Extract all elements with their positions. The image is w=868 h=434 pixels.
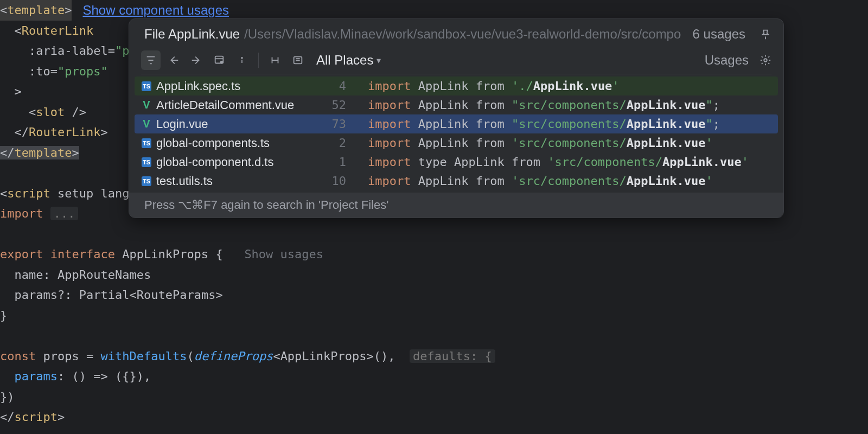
result-line-number: 2 <box>319 136 346 150</box>
ts-file-icon: TS <box>141 81 152 92</box>
result-filename: AppLink.spec.ts <box>156 79 319 93</box>
result-line-number: 1 <box>319 155 346 169</box>
ts-file-icon: TS <box>141 157 152 168</box>
result-code-preview: import AppLink from "src/components/AppL… <box>368 98 720 112</box>
result-filename: Login.vue <box>156 117 319 131</box>
write-access-icon[interactable] <box>187 50 206 70</box>
usage-result-row[interactable]: VLogin.vue73import AppLink from "src/com… <box>135 114 778 133</box>
toolbar-separator <box>258 53 259 68</box>
scope-selector[interactable]: All Places▾ <box>316 53 381 68</box>
result-filename: global-component.d.ts <box>156 155 319 169</box>
usage-result-row[interactable]: TSglobal-components.ts2import AppLink fr… <box>135 133 778 152</box>
ts-file-icon: TS <box>141 138 152 149</box>
open-in-toolwindow-icon[interactable] <box>209 50 229 70</box>
result-line-number: 52 <box>319 98 346 112</box>
preview-icon[interactable] <box>288 50 308 70</box>
read-access-icon[interactable] <box>164 50 183 70</box>
info-icon[interactable] <box>232 50 252 70</box>
usage-result-row[interactable]: TSAppLink.spec.ts4import AppLink from '.… <box>135 76 778 95</box>
usage-result-row[interactable]: TStest.utils.ts10import AppLink from 'sr… <box>135 171 778 190</box>
result-filename: global-components.ts <box>156 136 319 150</box>
result-code-preview: import type AppLink from 'src/components… <box>368 155 749 169</box>
popup-toolbar: All Places▾ Usages <box>129 47 783 74</box>
result-line-number: 4 <box>319 79 346 93</box>
vue-file-icon: V <box>141 119 152 130</box>
chevron-down-icon: ▾ <box>376 55 381 66</box>
result-filename: test.utils.ts <box>156 174 319 188</box>
pin-icon[interactable] <box>760 28 771 40</box>
result-line-number: 73 <box>319 117 346 131</box>
show-usages-hint[interactable]: Show usages <box>244 247 323 261</box>
svg-point-4 <box>764 59 767 62</box>
filter-icon[interactable] <box>141 50 161 70</box>
usages-count: 6 usages <box>693 27 745 42</box>
popup-file-path: /Users/Vladislav.Minaev/work/sandbox-vue… <box>244 27 681 42</box>
svg-point-1 <box>221 61 223 63</box>
popup-footer-hint: Press ⌥⌘F7 again to search in 'Project F… <box>129 193 783 218</box>
result-code-preview: import AppLink from 'src/components/AppL… <box>368 136 713 150</box>
vue-file-icon: V <box>141 100 152 111</box>
popup-header: File AppLink.vue /Users/Vladislav.Minaev… <box>129 19 783 47</box>
toolbar-divider <box>141 74 771 74</box>
results-list: TSAppLink.spec.ts4import AppLink from '.… <box>129 74 783 193</box>
result-code-preview: import AppLink from 'src/components/AppL… <box>368 174 713 188</box>
result-code-preview: import AppLink from "src/components/AppL… <box>368 117 720 131</box>
result-line-number: 10 <box>319 174 346 188</box>
result-filename: ArticleDetailComment.vue <box>156 98 319 112</box>
usage-result-row[interactable]: TSglobal-component.d.ts1import type AppL… <box>135 152 778 171</box>
usages-tab-label[interactable]: Usages <box>705 53 749 68</box>
gear-icon[interactable] <box>760 54 771 66</box>
popup-file-label: File AppLink.vue <box>144 27 240 42</box>
regex-icon[interactable] <box>265 50 285 70</box>
usage-result-row[interactable]: VArticleDetailComment.vue52import AppLin… <box>135 95 778 114</box>
result-code-preview: import AppLink from './AppLink.vue' <box>368 79 620 93</box>
show-component-usages-link[interactable]: Show component usages <box>82 3 229 17</box>
ts-file-icon: TS <box>141 176 152 187</box>
defaults-inlay-hint: defaults: { <box>410 349 495 363</box>
find-usages-popup: File AppLink.vue /Users/Vladislav.Minaev… <box>129 18 784 218</box>
svg-point-2 <box>241 58 242 59</box>
